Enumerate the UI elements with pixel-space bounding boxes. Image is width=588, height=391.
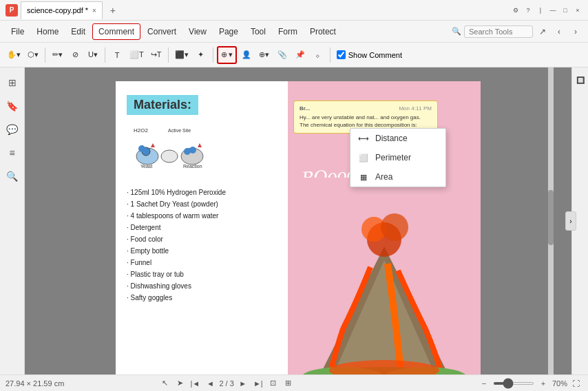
perimeter-icon: ⬜ [357, 151, 370, 164]
tool-stamp[interactable]: ✦ [193, 46, 209, 64]
svg-marker-5 [151, 143, 155, 147]
tool-callout[interactable]: ↪T [148, 46, 165, 64]
sep5 [330, 47, 330, 63]
fit-width-btn[interactable]: ⊡ [267, 377, 280, 390]
zoom-level: 70% [552, 379, 567, 388]
tool-highlight[interactable]: ⊘ [67, 46, 83, 64]
menu-edit[interactable]: Edit [65, 24, 91, 39]
tool-pen[interactable]: ✏▾ [49, 46, 65, 64]
menu-tool[interactable]: Tool [245, 24, 271, 39]
tool-underline[interactable]: U▾ [85, 46, 101, 64]
svg-text:Yeast: Yeast [140, 164, 152, 169]
dropdown-perimeter[interactable]: ⬜ Perimeter [350, 148, 445, 167]
minimize-btn[interactable]: — [548, 6, 558, 15]
measure-icon: ⊕ [221, 50, 227, 59]
sidebar-right-icon[interactable]: 🔲 [571, 70, 589, 89]
list-item: · Dishwashing gloves [127, 280, 277, 292]
scrollbar-thumb[interactable] [548, 190, 554, 245]
page-current: 2 [219, 379, 223, 388]
show-comment-label: Show Comment [348, 51, 402, 59]
svg-text:H2O2: H2O2 [134, 127, 148, 134]
list-item: · Empty bottle [127, 245, 277, 257]
tool-extra[interactable]: ⬦ [310, 46, 326, 64]
tool-user[interactable]: 👤 [238, 46, 255, 64]
list-item: · Food color [127, 233, 277, 245]
dropdown-area[interactable]: ▦ Area [350, 167, 445, 187]
tab-label: science-copy.pdf * [27, 6, 88, 14]
tool-hand[interactable]: ✋▾ [4, 46, 23, 64]
external-link-icon[interactable]: ↗ [536, 25, 549, 39]
svg-point-24 [381, 213, 408, 241]
zoom-slider[interactable] [493, 382, 534, 385]
menu-page[interactable]: Page [213, 24, 244, 39]
diagram-svg: H2O2 Active Site Yea [127, 125, 223, 177]
fullscreen-btn[interactable]: ⛶ [570, 377, 582, 390]
show-comment-container: Show Comment [337, 50, 402, 59]
page-right: Br... Mon 4:11 PM Hy... are very unstabl… [288, 81, 481, 374]
tab-close-btn[interactable]: × [92, 7, 96, 14]
toolbar: ✋▾ ⬡▾ ✏▾ ⊘ U▾ T ⬜T ↪T ⬛▾ ✦ ⊕ ▾ 👤 ⊕▾ 📎 📌 … [0, 43, 588, 67]
sidebar-layers[interactable]: ≡ [3, 143, 22, 162]
page-sep: / [226, 379, 228, 388]
tool-pin[interactable]: 📌 [292, 46, 308, 64]
zoom-out-btn[interactable]: − [478, 377, 490, 390]
title-bar: P science-copy.pdf * × + ⚙ ? | — □ × [0, 0, 588, 21]
prev-page-btn[interactable]: ◄ [204, 377, 216, 390]
svg-text:Reaction: Reaction [183, 164, 202, 169]
document-tab[interactable]: science-copy.pdf * × [21, 1, 103, 19]
svg-marker-9 [198, 143, 202, 147]
search-input[interactable] [464, 25, 533, 38]
tool-text[interactable]: T [109, 46, 125, 64]
volcano-image: 4400 °c [288, 178, 481, 374]
materials-heading: Materials: [127, 95, 198, 115]
sidebar-pages[interactable]: ⊞ [3, 73, 22, 92]
main-area: ⊞ 🔖 💬 ≡ 🔍 Materials: H2O2 Active Site [0, 67, 588, 374]
collapse-sidebar-btn[interactable]: › [565, 211, 576, 231]
cursor-select-tool[interactable]: ↖ [158, 377, 171, 390]
tool-attach[interactable]: 📎 [274, 46, 291, 64]
tool-stamp2[interactable]: ⊕▾ [256, 46, 273, 64]
dropdown-distance-label: Distance [375, 134, 408, 143]
tool-textbox[interactable]: ⬜T [127, 46, 147, 64]
next-page-btn[interactable]: ► [237, 377, 249, 390]
last-page-btn[interactable]: ►| [252, 377, 264, 390]
new-tab-btn[interactable]: + [105, 3, 120, 18]
area-icon: ▦ [357, 171, 370, 183]
tab-area: P science-copy.pdf * × + [6, 1, 511, 19]
tool-shape[interactable]: ⬛▾ [172, 46, 191, 64]
zoom-in-btn[interactable]: + [537, 377, 549, 390]
fit-page-btn[interactable]: ⊞ [282, 377, 295, 390]
list-item: · Plastic tray or tub [127, 268, 277, 280]
dropdown-distance[interactable]: ⟷ Distance [350, 129, 445, 148]
sidebar-search[interactable]: 🔍 [3, 167, 22, 186]
svg-point-4 [138, 145, 145, 152]
menu-bar: File Home Edit Comment Convert View Page… [0, 21, 588, 43]
back-icon[interactable]: ‹ [552, 25, 566, 39]
menu-file[interactable]: File [6, 24, 30, 39]
sidebar-comment[interactable]: 💬 [3, 120, 22, 139]
first-page-btn[interactable]: |◄ [189, 377, 201, 390]
dropdown-perimeter-label: Perimeter [375, 153, 411, 162]
close-btn[interactable]: × [573, 6, 582, 15]
page-left: Materials: H2O2 Active Site [116, 81, 288, 374]
pdf-viewer: Materials: H2O2 Active Site [25, 67, 571, 374]
menu-comment[interactable]: Comment [92, 23, 140, 40]
menu-view[interactable]: View [183, 24, 212, 39]
tool-select[interactable]: ⬡▾ [25, 46, 41, 64]
menu-protect[interactable]: Protect [304, 24, 342, 39]
tool-measure[interactable]: ⊕ ▾ [217, 46, 237, 64]
pointer-tool[interactable]: ➤ [174, 377, 186, 390]
list-item: · Safty goggles [127, 292, 277, 304]
app-icon: P [6, 4, 18, 17]
page-indicator: 2 / 3 [219, 379, 233, 388]
sidebar-bookmark[interactable]: 🔖 [3, 96, 22, 116]
list-item: · 1 Sachet Dry Yeast (powder) [127, 198, 277, 210]
maximize-btn[interactable]: □ [560, 6, 570, 15]
menu-form[interactable]: Form [273, 24, 303, 39]
menu-home[interactable]: Home [31, 24, 64, 39]
help-icon[interactable]: ? [523, 6, 533, 15]
show-comment-checkbox[interactable] [337, 50, 346, 59]
settings-icon[interactable]: ⚙ [511, 6, 521, 15]
menu-convert[interactable]: Convert [142, 24, 182, 39]
forward-icon[interactable]: › [569, 25, 582, 39]
